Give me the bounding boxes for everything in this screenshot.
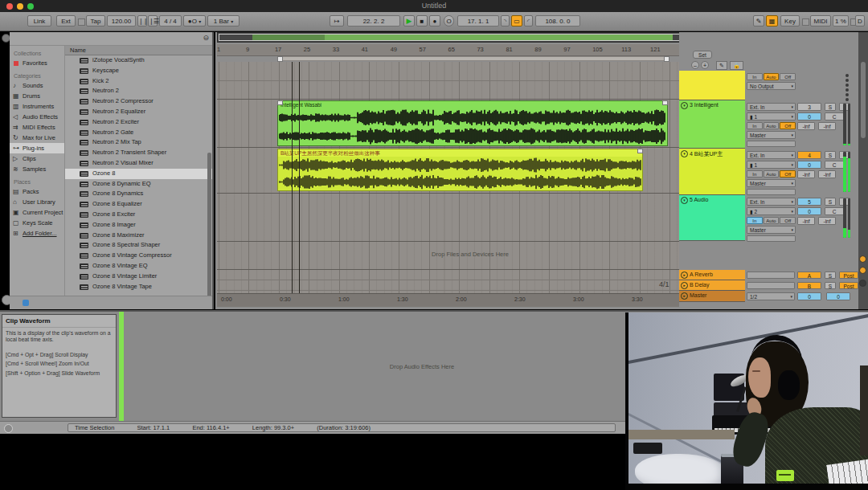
track-name[interactable]: B Delay xyxy=(690,282,710,288)
audio-clip-intelligent-wasabi[interactable]: Intelligent Wasabi xyxy=(277,100,668,146)
plugin-list-item[interactable]: Neutron 2 Mix Tap xyxy=(65,137,212,148)
plugin-list-item[interactable]: iZotope VocalSynth xyxy=(65,55,212,66)
cue-volume-field[interactable]: 0 xyxy=(826,292,850,300)
solo-button[interactable]: S xyxy=(825,151,836,159)
stop-button[interactable]: ■ xyxy=(416,15,428,27)
send-b-field[interactable]: -inf xyxy=(818,122,836,130)
monitor-off-button[interactable]: Off xyxy=(780,122,796,129)
loop-length-field[interactable]: 108. 0. 0 xyxy=(535,15,580,27)
punch-out-button[interactable]: ◜ xyxy=(524,15,533,27)
audio-clip-bilibili-up[interactable]: B站某UP主居然深更半夜对粉丝做出这种事 xyxy=(277,149,643,191)
metronome-button[interactable]: ●O ▾ xyxy=(183,15,206,27)
pre-post-toggle[interactable]: Post xyxy=(839,272,858,279)
nudge-up-button[interactable]: ❘☰ xyxy=(148,15,158,27)
track-name[interactable]: 5 Audio xyxy=(690,197,708,202)
sidebar-category-item[interactable]: ◁ Audio Effects xyxy=(10,112,64,122)
clip-fade-handle[interactable] xyxy=(662,100,668,105)
track-name[interactable]: Master xyxy=(690,292,706,298)
sidebar-place-item[interactable]: ⌂ User Library xyxy=(10,197,64,207)
plugin-list-item[interactable]: Ozone 8 Vintage Tape xyxy=(65,282,212,292)
track-header-3-intelligent[interactable]: ▾ 3 Intelligent Ext. In▾ ▮ 1▾ In Auto Of… xyxy=(679,100,858,149)
time-signature-field[interactable]: 4 / 4 xyxy=(159,15,182,27)
monitor-in-button[interactable]: In xyxy=(747,122,763,129)
loop-button[interactable]: ▭ xyxy=(511,15,522,27)
sidebar-category-item[interactable]: ≋ Samples xyxy=(10,164,64,174)
master-track-header[interactable]: ▸ Master 1/2▾ 0 0 xyxy=(679,291,858,302)
sidebar-category-item[interactable]: ▥ Instruments xyxy=(10,101,64,112)
track-color-block[interactable]: ▾ 4 B站某UP主 xyxy=(679,149,745,195)
track-name[interactable]: A Reverb xyxy=(690,272,713,277)
return-b-stop-button[interactable] xyxy=(859,267,866,274)
clip-fade-handle[interactable] xyxy=(637,149,643,153)
plugin-list-item[interactable]: Kick 2 xyxy=(65,76,212,87)
sidebar-category-item[interactable]: ⇉ MIDI Effects xyxy=(10,122,64,133)
track-header-12[interactable]: In Auto Off No Output▾ xyxy=(679,71,858,100)
volume-field[interactable]: 0 xyxy=(797,161,821,169)
track-color-block[interactable]: ▸ B Delay xyxy=(679,280,745,291)
return-track-header-a[interactable]: ▸ A Reverb A S Post xyxy=(679,270,858,280)
play-button[interactable]: ▶ xyxy=(403,15,415,27)
input-channel-menu[interactable]: ▮ 1▾ xyxy=(747,112,796,120)
record-button[interactable]: ● xyxy=(429,15,440,27)
beat-time-ruler[interactable]: 191725334149576573818997105113121 xyxy=(217,44,679,56)
return-a-stop-button[interactable] xyxy=(859,255,866,263)
master-volume-field[interactable]: 0 xyxy=(797,292,821,300)
output-routing-menu[interactable]: Master▾ xyxy=(747,179,796,187)
track-color-block[interactable]: ▾ 5 Audio xyxy=(679,195,745,241)
clip-fade-handle[interactable] xyxy=(277,100,283,105)
input-type-menu[interactable]: Ext. In▾ xyxy=(747,151,796,159)
solo-button[interactable]: S xyxy=(825,282,836,289)
input-channel-menu[interactable]: ▮ 2▾ xyxy=(747,207,796,215)
quantize-menu-master[interactable]: 1/2▾ xyxy=(747,292,795,300)
punch-in-button[interactable]: ◝ xyxy=(501,15,510,27)
send-b-field[interactable]: -inf xyxy=(818,217,836,225)
send-a-field[interactable]: -inf xyxy=(797,217,815,225)
plugin-list-item[interactable]: Ozone 8 xyxy=(65,169,212,179)
plugin-list-item[interactable]: Neutron 2 xyxy=(65,86,212,96)
fold-track-icon[interactable]: ▸ xyxy=(681,292,688,300)
plugin-list-item[interactable]: Ozone 8 Maximizer xyxy=(65,231,212,241)
track-name[interactable]: 3 Intelligent xyxy=(690,102,719,108)
output-routing-menu[interactable]: Master▾ xyxy=(747,226,796,234)
monitor-off-button[interactable]: Off xyxy=(780,73,796,80)
plugin-list-item[interactable]: Ozone 8 Exciter xyxy=(65,210,212,220)
sidebar-item-favorites[interactable]: Favorites xyxy=(10,58,64,68)
plugin-list-item[interactable]: Ozone 8 Imager xyxy=(65,220,212,231)
volume-field[interactable]: 0 xyxy=(797,207,821,215)
track-activator[interactable]: B xyxy=(797,282,821,289)
solo-button[interactable]: S xyxy=(825,198,836,206)
plugin-list-item[interactable]: Ozone 8 Dynamics xyxy=(65,189,212,199)
preview-toggle-icon[interactable] xyxy=(23,300,29,306)
plugin-list-item[interactable]: Neutron 2 Exciter xyxy=(65,117,212,128)
fold-track-icon[interactable]: ▾ xyxy=(681,150,688,157)
output-routing-menu[interactable]: Master▾ xyxy=(747,131,796,139)
plugin-list-item[interactable]: Keyscape xyxy=(65,66,212,76)
arrangement-scroll-rail[interactable] xyxy=(858,32,868,309)
tempo-field[interactable]: 120.00 xyxy=(107,15,136,27)
plugin-list-item[interactable]: Ozone 8 Spectral Shaper xyxy=(65,240,212,251)
follow-button[interactable]: ↦ xyxy=(330,15,344,27)
monitor-in-button[interactable]: In xyxy=(747,170,763,178)
track-activator[interactable]: 5 xyxy=(797,198,821,206)
ext-button[interactable]: Ext xyxy=(56,15,76,27)
monitor-off-button[interactable]: Off xyxy=(780,170,796,178)
monitor-in-button[interactable]: In xyxy=(747,73,763,80)
plugin-list-item[interactable]: Ozone 8 Vintage Limiter xyxy=(65,272,212,282)
monitor-auto-button[interactable]: Auto xyxy=(764,122,780,129)
input-channel-menu[interactable]: ▮ 1▾ xyxy=(747,161,796,169)
browser-search-row[interactable]: ⊖ xyxy=(10,32,212,46)
zoom-out-icon[interactable]: – xyxy=(691,61,699,69)
computer-midi-keyboard-button[interactable]: ▦ xyxy=(766,15,778,27)
pan-field[interactable]: C xyxy=(825,112,844,120)
automation-mode-icon[interactable]: ✎ xyxy=(716,61,727,70)
send-b-field[interactable]: -inf xyxy=(818,170,836,178)
sidebar-category-item[interactable]: ↻ Max for Live xyxy=(10,133,64,143)
tap-tempo-button[interactable]: Tap xyxy=(86,15,105,27)
pre-post-toggle[interactable]: Post xyxy=(839,282,858,289)
input-type-menu[interactable]: Ext. In▾ xyxy=(747,103,796,111)
arrangement-overdub-button[interactable]: O xyxy=(444,15,454,27)
sidebar-category-item[interactable]: ▷ Clips xyxy=(10,153,64,164)
input-type-menu[interactable]: Ext. In▾ xyxy=(747,198,796,206)
link-button[interactable]: Link xyxy=(27,15,51,27)
sidebar-place-item[interactable]: ▢ Keys Scale xyxy=(10,218,64,228)
